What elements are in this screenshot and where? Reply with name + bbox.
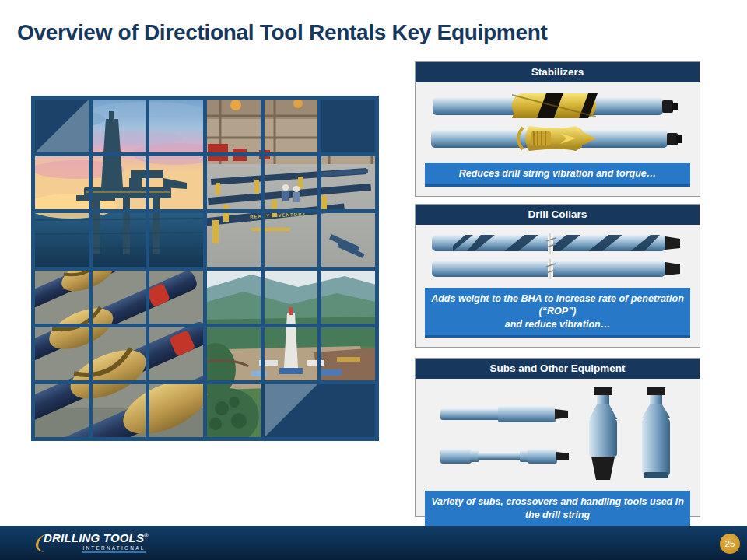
collage-grid-line [31, 267, 379, 271]
collage-grid-line [31, 209, 379, 213]
collage-corner-bottom-right [261, 384, 375, 437]
stabilizers-caption: Reduces drill string vibration and torqu… [425, 163, 690, 187]
company-logo: DRILLING TOOLS® INTERNATIONAL [34, 531, 149, 553]
photo-tools-yard [31, 268, 205, 441]
stabilizer-spiral-blade-image [416, 93, 700, 118]
collage-corner-top-right [321, 100, 375, 152]
logo-primary-text: DRILLING TOOLS® [44, 531, 149, 544]
drill-collars-caption: Adds weight to the BHA to increase rate … [425, 288, 690, 338]
smooth-drill-collar-image [416, 259, 700, 279]
footer-bar: DRILLING TOOLS® INTERNATIONAL 25 [0, 526, 747, 560]
logo-secondary-text: INTERNATIONAL [82, 545, 145, 553]
collage-corner-top-left [35, 100, 89, 152]
collage-grid-line [31, 437, 379, 441]
subs-caption: Variety of subs, crossovers and handling… [425, 491, 690, 528]
collage-grid-line [31, 152, 379, 156]
page-title: Overview of Directional Tool Rentals Key… [17, 20, 548, 45]
panel-drill-collars-header: Drill Collars [416, 205, 700, 225]
panel-stabilizers: Stabilizers [415, 61, 700, 197]
page-number-badge: 25 [720, 534, 740, 554]
tools-yard-image [31, 268, 205, 441]
photo-collage: READY INVENTORY [31, 96, 379, 441]
bottle-sub-tapered-image [583, 385, 623, 486]
collage-grid-line [31, 324, 379, 327]
panel-stabilizers-header: Stabilizers [416, 62, 700, 82]
panel-subs-header: Subs and Other Equipment [416, 359, 700, 379]
slide: Overview of Directional Tool Rentals Key… [0, 0, 747, 560]
stabilizer-open-blade-image [416, 125, 700, 152]
crossover-sub-image [439, 403, 583, 428]
panel-subs: Subs and Other Equipment [415, 358, 700, 517]
bottle-sub-round-image [637, 385, 675, 486]
registered-mark: ® [144, 533, 148, 538]
spiral-drill-collar-image [416, 233, 700, 254]
reduced-waist-sub-image [439, 445, 583, 470]
triangle-accent [35, 100, 89, 152]
triangle-accent [265, 384, 317, 437]
panel-drill-collars: Drill Collars [415, 204, 700, 348]
